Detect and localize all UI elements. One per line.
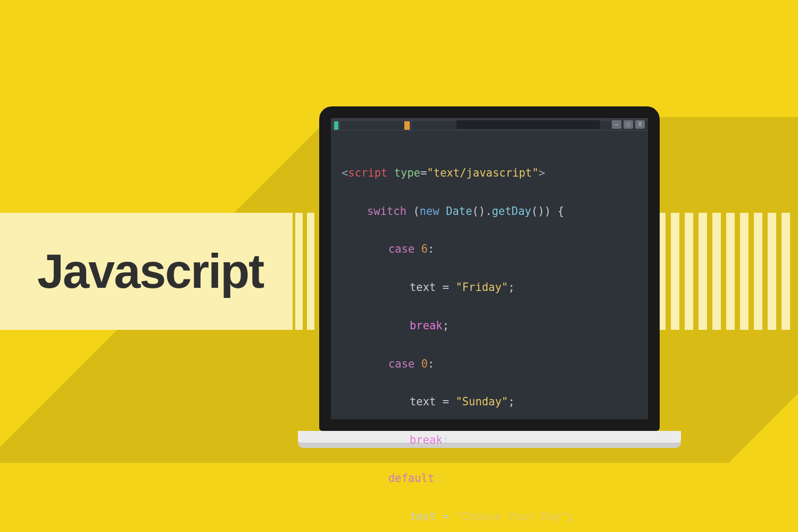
title-banner: Javascript <box>0 213 293 330</box>
stripes-right <box>657 213 790 330</box>
tab-indicator-orange <box>404 121 410 130</box>
tab-indicator-green <box>334 121 338 130</box>
editor-toolbar: — ▢ X <box>331 118 648 131</box>
code-editor-screen: — ▢ X <script type="text/javascript"> sw… <box>331 118 648 419</box>
title-text: Javascript <box>37 244 263 299</box>
laptop: — ▢ X <script type="text/javascript"> sw… <box>319 106 660 448</box>
close-button[interactable]: X <box>635 120 645 129</box>
maximize-button[interactable]: ▢ <box>624 120 633 129</box>
minimize-button[interactable]: — <box>612 120 621 129</box>
address-bar[interactable] <box>456 120 600 129</box>
code-block: <script type="text/javascript"> switch (… <box>331 131 648 532</box>
laptop-bezel: — ▢ X <script type="text/javascript"> sw… <box>319 106 660 431</box>
stripes-left <box>295 213 314 330</box>
